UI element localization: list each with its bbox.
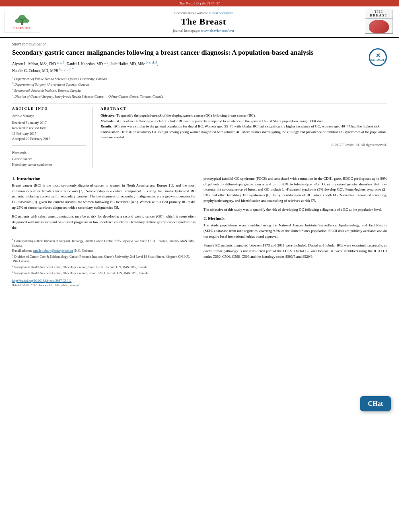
introduction-heading: 1. Introduction (12, 176, 195, 181)
conclusion-text: The risk of secondary GC is high among y… (101, 130, 387, 140)
author3-name: Julie Hallet, MD, MSc (110, 62, 145, 66)
abstract-column: ABSTRACT Objective: To quantify the popu… (101, 107, 387, 167)
accepted-date: Accepted 20 February 2017 (12, 136, 86, 142)
homepage-prefix: journal homepage: (173, 29, 201, 33)
homepage-link[interactable]: www.elsevier.com/brst (201, 29, 234, 33)
affiliation-c: c Sunnybrook Research Institute, Toronto… (12, 87, 387, 93)
received-date: Received 5 January 2017 (12, 120, 86, 126)
intro-para2: BC patients with select genetic mutation… (12, 214, 195, 231)
article-container: Short communication Secondary gastric ca… (0, 38, 399, 291)
breast-logo-box: THE BREAST (365, 10, 393, 34)
crossmark-label: CrossMark (371, 59, 385, 62)
info-abstract-section: ARTICLE INFO Article history: Received 5… (12, 107, 387, 167)
article-type-label: Short communication (12, 42, 387, 46)
authors-line: Alyson L. Mahar, MSc, PhD a, c, 1, Danie… (12, 60, 387, 74)
journal-citation: The Breast 33 (2017) 34–37 (179, 1, 220, 5)
breast-logo-image (369, 20, 389, 33)
breast-logo-area: THE BREAST (363, 10, 395, 34)
article-title-text: Secondary gastric cancer malignancies fo… (12, 49, 313, 56)
methods-para2: Female BC patients diagnosed between 197… (204, 243, 387, 260)
intro-para1: Breast cancer (BC) is the most commonly … (12, 183, 195, 211)
chat-button-label: CHat (368, 400, 383, 407)
journal-name: The Breast (181, 16, 226, 27)
svg-point-2 (15, 19, 21, 23)
affiliation-b: b Department of Surgery, University of T… (12, 81, 387, 87)
header-divider (12, 103, 387, 103)
objective-text: To quantify the population-risk of devel… (117, 113, 256, 117)
footnote-3: 3 Sunnybrook Health Sciences Centre, 207… (12, 270, 195, 276)
chat-button[interactable]: CHat (360, 396, 391, 411)
revised-date: 18 February 2017 (12, 131, 86, 137)
author1-sup: a, c, 1 (57, 61, 65, 64)
breast-logo-top-text: THE BREAST (365, 10, 393, 18)
article-info-label: ARTICLE INFO (12, 107, 86, 111)
journal-title-area: Contents lists available at ScienceDirec… (44, 10, 363, 34)
affil-d-text: Division of General Surgery, Sunnybrook … (14, 94, 163, 98)
methods-para1: The study populations were identified us… (204, 223, 387, 240)
journal-header: ELSEVIER Contents lists available at Sci… (0, 6, 399, 38)
affil-c-text: Sunnybrook Research Institute, Toronto, … (14, 88, 80, 92)
elsevier-text: ELSEVIER (13, 27, 31, 30)
sciencedirect-line: Contents lists available at ScienceDirec… (175, 11, 233, 15)
svg-point-3 (23, 19, 29, 23)
abstract-label: ABSTRACT (101, 107, 387, 111)
affiliations-block: a Department of Public Health Sciences, … (12, 76, 387, 99)
author1-name: Alyson L. Mahar, MSc, PhD (12, 62, 56, 66)
affil-a-text: Department of Public Health Sciences, Qu… (14, 77, 107, 81)
crossmark-symbol: ✕ (376, 53, 380, 59)
abstract-copyright: © 2017 Elsevier Ltd. All rights reserved… (101, 143, 387, 147)
elsevier-logo: ELSEVIER (4, 11, 40, 33)
svg-point-4 (19, 15, 25, 19)
footnote-1: 1 Division of Cancer Care & Epidemiology… (12, 253, 195, 264)
crossmark-badge: ✕ CrossMark (369, 48, 387, 66)
doi-link[interactable]: http://dx.doi.org/10.1016/j.breast.2017.… (12, 279, 72, 283)
abstract-text-block: Objective: To quantify the population-ri… (101, 113, 387, 140)
keywords-block: Keywords: Gastric cancer Hereditary canc… (12, 150, 86, 168)
footer-copyright: 0960-9776/© 2017 Elsevier Ltd. All right… (12, 283, 195, 287)
keyword1: Gastric cancer (12, 156, 86, 162)
affil-b-text: Department of Surgery, University of Tor… (14, 82, 89, 86)
top-bar: The Breast 33 (2017) 34–37 (0, 0, 399, 6)
methods-heading: 2. Methods (204, 216, 387, 221)
elsevier-tree-icon (10, 14, 34, 26)
homepage-line: journal homepage: www.elsevier.com/brst (173, 29, 234, 33)
keywords-label: Keywords: (12, 150, 86, 155)
footnote-star: * Corresponding author. Division of Surg… (12, 238, 195, 249)
history-label: Article history: (12, 113, 86, 119)
email-link[interactable]: natalie.coburn@sunnybrook.ca (33, 249, 73, 253)
abstract-divider (12, 172, 387, 172)
author3-sup: b, c, d, 3 (146, 61, 157, 64)
author2-name: Daniel J. Kagedan, MD (66, 62, 103, 66)
author4-sup: b, c, d, 2, * (60, 68, 74, 71)
article-history-block: Article history: Received 5 January 2017… (12, 113, 86, 146)
article-title: Secondary gastric cancer malignancies fo… (12, 48, 387, 57)
results-label: Results: (101, 124, 113, 128)
affiliation-d: d Division of General Surgery, Sunnybroo… (12, 93, 387, 99)
body-right-column: prototypical familial GC syndrome (FGCS)… (204, 176, 387, 287)
body-content: 1. Introduction Breast cancer (BC) is th… (12, 176, 387, 287)
right-para1: prototypical familial GC syndrome (FGCS)… (204, 176, 387, 204)
sciencedirect-prefix: Contents lists available at (175, 11, 212, 15)
affiliation-a: a Department of Public Health Sciences, … (12, 76, 387, 82)
right-para2: The objective of this study was to quant… (204, 207, 387, 213)
results-text: GC rates were similar to the general pop… (113, 124, 380, 128)
keyword2: Hereditary cancer syndromes (12, 162, 86, 168)
revised-label: Received in revised form (12, 125, 86, 131)
methods-label: Methods: (101, 119, 115, 123)
article-info-column: ARTICLE INFO Article history: Received 5… (12, 107, 93, 167)
doi-link-area: http://dx.doi.org/10.1016/j.breast.2017.… (12, 279, 195, 283)
footnote-2: 2 Sunnybrook Health Sciences Centre, 207… (12, 264, 195, 270)
author4-name: Natalie G. Coburn, MD, MPH (12, 69, 58, 73)
body-left-column: 1. Introduction Breast cancer (BC) is th… (12, 176, 195, 287)
footnotes-section: * Corresponding author. Division of Surg… (12, 235, 195, 276)
methods-text: GC incidence following a ductal or lobul… (115, 119, 324, 123)
objective-label: Objective: (101, 113, 115, 117)
sciencedirect-link[interactable]: ScienceDirect (212, 11, 232, 15)
conclusion-label: Conclusion: (101, 130, 119, 134)
elsevier-logo-area: ELSEVIER (4, 10, 44, 34)
footnote-email: E-mail address: natalie.coburn@sunnybroo… (12, 249, 195, 253)
author2-sup: b, c (104, 61, 109, 64)
